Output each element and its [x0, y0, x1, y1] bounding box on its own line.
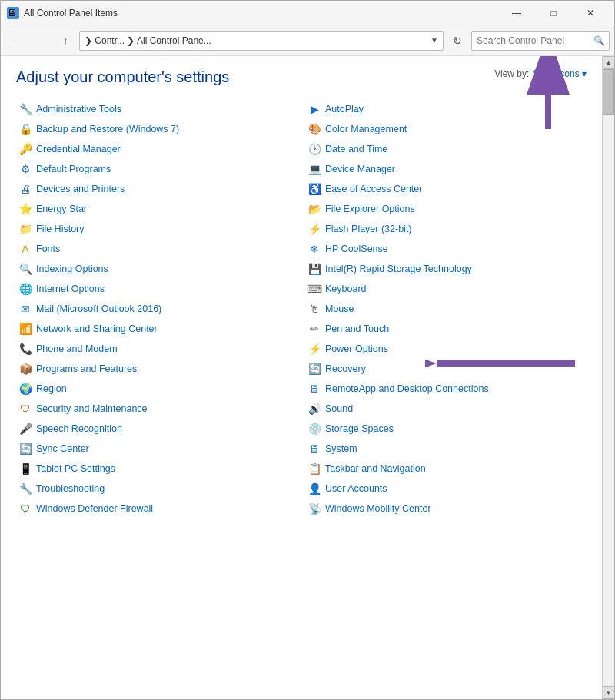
- taskbar-navigation-label: Taskbar and Navigation: [325, 463, 426, 474]
- title-bar: 🖥 All Control Panel Items — □ ✕: [1, 1, 614, 25]
- item-administrative-tools[interactable]: 🔧 Administrative Tools: [16, 100, 298, 118]
- main-panel: Adjust your computer's settings View by:…: [1, 56, 602, 699]
- mail-label: Mail (Microsoft Outlook 2016): [36, 304, 161, 314]
- region-label: Region: [36, 383, 67, 394]
- administrative-tools-label: Administrative Tools: [36, 104, 121, 114]
- view-by-label: View by:: [494, 68, 529, 79]
- refresh-button[interactable]: ↻: [447, 30, 468, 51]
- item-sync-center[interactable]: 🔄 Sync Center: [16, 440, 298, 458]
- item-recovery[interactable]: 🔄 Recovery: [305, 360, 587, 378]
- storage-spaces-icon: 💿: [308, 423, 321, 435]
- item-pen-touch[interactable]: ✏ Pen and Touch: [305, 320, 587, 338]
- close-button[interactable]: ✕: [573, 2, 608, 25]
- item-windows-mobility[interactable]: 📡 Windows Mobility Center: [305, 499, 587, 518]
- item-fonts[interactable]: A Fonts: [16, 240, 298, 258]
- item-system[interactable]: 🖥 System: [305, 440, 587, 458]
- item-ease-of-access[interactable]: ♿ Ease of Access Center: [305, 180, 587, 198]
- item-remoteapp[interactable]: 🖥 RemoteApp and Desktop Connections: [305, 380, 587, 398]
- hp-coolsense-label: HP CoolSense: [325, 244, 388, 254]
- item-windows-defender[interactable]: 🛡 Windows Defender Firewall: [16, 499, 298, 518]
- minimize-button[interactable]: —: [499, 2, 534, 25]
- item-taskbar-navigation[interactable]: 📋 Taskbar and Navigation: [305, 459, 587, 478]
- windows-defender-icon: 🛡: [19, 503, 32, 515]
- file-explorer-options-label: File Explorer Options: [325, 204, 415, 214]
- item-tablet-pc[interactable]: 📱 Tablet PC Settings: [16, 459, 298, 478]
- intel-rapid-icon: 💾: [308, 263, 321, 275]
- windows-mobility-icon: 📡: [308, 503, 321, 515]
- item-phone-modem[interactable]: 📞 Phone and Modem: [16, 340, 298, 358]
- item-file-history[interactable]: 📁 File History: [16, 220, 298, 238]
- windows-mobility-label: Windows Mobility Center: [325, 503, 431, 514]
- backup-restore-icon: 🔒: [19, 123, 32, 135]
- item-internet-options[interactable]: 🌐 Internet Options: [16, 280, 298, 298]
- items-grid: 🔧 Administrative Tools ▶ AutoPlay 🔒 Back…: [16, 100, 587, 518]
- up-button[interactable]: ↑: [55, 30, 76, 51]
- device-manager-label: Device Manager: [325, 164, 395, 174]
- programs-features-label: Programs and Features: [36, 363, 137, 374]
- item-autoplay[interactable]: ▶ AutoPlay: [305, 100, 587, 118]
- sync-center-icon: 🔄: [19, 443, 32, 455]
- forward-button[interactable]: →: [30, 30, 52, 51]
- item-sound[interactable]: 🔊 Sound: [305, 400, 587, 418]
- remoteapp-label: RemoteApp and Desktop Connections: [325, 383, 489, 394]
- page-title: Adjust your computer's settings: [16, 68, 229, 86]
- item-devices-printers[interactable]: 🖨 Devices and Printers: [16, 180, 298, 198]
- administrative-tools-icon: 🔧: [19, 103, 32, 115]
- file-history-icon: 📁: [19, 223, 32, 235]
- mail-icon: ✉: [19, 303, 32, 315]
- internet-options-label: Internet Options: [36, 284, 105, 294]
- item-network-sharing[interactable]: 📶 Network and Sharing Center: [16, 320, 298, 338]
- file-history-label: File History: [36, 224, 85, 234]
- item-keyboard[interactable]: ⌨ Keyboard: [305, 280, 587, 298]
- default-programs-label: Default Programs: [36, 164, 111, 174]
- item-flash-player[interactable]: ⚡ Flash Player (32-bit): [305, 220, 587, 238]
- item-credential-manager[interactable]: 🔑 Credential Manager: [16, 140, 298, 158]
- item-mouse[interactable]: 🖱 Mouse: [305, 300, 587, 318]
- phone-modem-icon: 📞: [19, 343, 32, 355]
- view-by: View by: Small icons ▾: [494, 68, 587, 79]
- credential-manager-label: Credential Manager: [36, 144, 121, 154]
- search-input[interactable]: [471, 31, 610, 51]
- color-management-icon: 🎨: [308, 123, 321, 135]
- tablet-pc-icon: 📱: [19, 463, 32, 475]
- address-dropdown-icon: ▼: [430, 36, 438, 45]
- item-user-accounts[interactable]: 👤 User Accounts: [305, 479, 587, 498]
- address-field[interactable]: ❯ Contr... ❯ All Control Pane... ▼: [79, 31, 444, 51]
- storage-spaces-label: Storage Spaces: [325, 423, 394, 434]
- item-power-options[interactable]: ⚡ Power Options: [305, 340, 587, 358]
- item-device-manager[interactable]: 💻 Device Manager: [305, 160, 587, 178]
- scroll-thumb[interactable]: [603, 69, 614, 115]
- fonts-label: Fonts: [36, 244, 60, 254]
- item-security-maintenance[interactable]: 🛡 Security and Maintenance: [16, 400, 298, 418]
- scroll-track[interactable]: [603, 69, 614, 686]
- mouse-icon: 🖱: [308, 303, 321, 315]
- item-energy-star[interactable]: ⭐ Energy Star: [16, 200, 298, 218]
- item-file-explorer-options[interactable]: 📂 File Explorer Options: [305, 200, 587, 218]
- security-maintenance-icon: 🛡: [19, 403, 32, 415]
- item-hp-coolsense[interactable]: ❄ HP CoolSense: [305, 240, 587, 258]
- item-troubleshooting[interactable]: 🔧 Troubleshooting: [16, 479, 298, 498]
- scrollbar: ▲ ▼: [602, 56, 614, 699]
- system-label: System: [325, 443, 357, 454]
- autoplay-icon: ▶: [308, 103, 321, 115]
- scroll-up-arrow[interactable]: ▲: [603, 56, 615, 69]
- item-date-time[interactable]: 🕐 Date and Time: [305, 140, 587, 158]
- item-default-programs[interactable]: ⚙ Default Programs: [16, 160, 298, 178]
- view-by-dropdown[interactable]: Small icons ▾: [532, 68, 587, 79]
- item-backup-restore[interactable]: 🔒 Backup and Restore (Windows 7): [16, 120, 298, 138]
- item-region[interactable]: 🌍 Region: [16, 380, 298, 398]
- item-color-management[interactable]: 🎨 Color Management: [305, 120, 587, 138]
- back-button[interactable]: ←: [5, 30, 27, 51]
- item-mail[interactable]: ✉ Mail (Microsoft Outlook 2016): [16, 300, 298, 318]
- phone-modem-label: Phone and Modem: [36, 343, 118, 354]
- item-speech-recognition[interactable]: 🎤 Speech Recognition: [16, 420, 298, 438]
- item-intel-rapid[interactable]: 💾 Intel(R) Rapid Storage Technology: [305, 260, 587, 278]
- scroll-down-arrow[interactable]: ▼: [603, 686, 615, 699]
- region-icon: 🌍: [19, 383, 32, 395]
- maximize-button[interactable]: □: [536, 2, 571, 25]
- item-storage-spaces[interactable]: 💿 Storage Spaces: [305, 420, 587, 438]
- page-header: Adjust your computer's settings View by:…: [16, 68, 587, 86]
- item-programs-features[interactable]: 📦 Programs and Features: [16, 360, 298, 378]
- item-indexing-options[interactable]: 🔍 Indexing Options: [16, 260, 298, 278]
- sync-center-label: Sync Center: [36, 443, 89, 454]
